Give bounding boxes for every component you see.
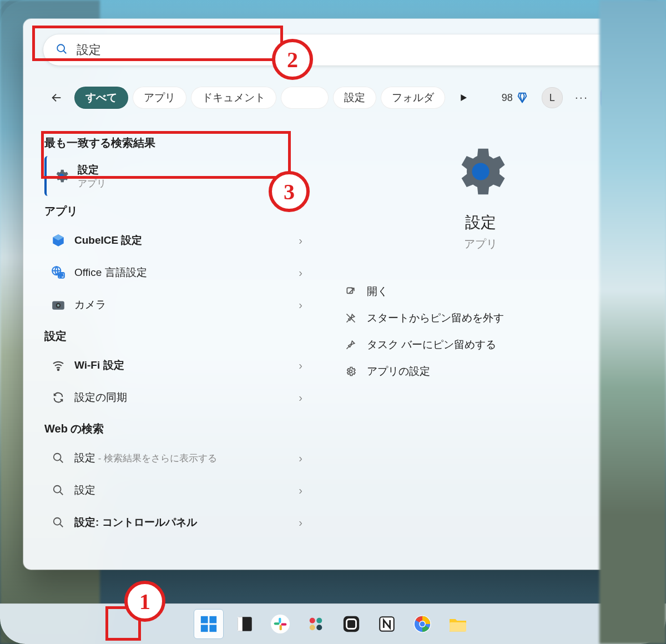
rewards-count: 98 [502,92,513,104]
result-title: 設定 [78,163,106,177]
svg-point-35 [310,618,315,623]
svg-line-22 [347,346,350,349]
result-web-cpl[interactable]: 設定: コントロールパネル › [44,506,308,539]
section-best-match: 最も一致する検索結果 [44,135,308,150]
action-label: スタートからピン留めを外す [367,311,504,325]
taskbar-app-3[interactable] [301,610,330,638]
annotation-3: 3 [269,171,310,212]
svg-rect-31 [279,618,281,623]
result-subtitle: アプリ [78,177,106,190]
filter-all[interactable]: すべて [74,87,128,109]
list-label: 設定 [74,483,291,497]
more-button[interactable]: ··· [575,90,588,105]
action-label: 開く [367,284,388,299]
taskbar-chrome-icon[interactable] [408,610,437,638]
result-camera[interactable]: カメラ › [44,289,308,321]
svg-point-23 [350,370,352,373]
svg-rect-34 [281,623,286,626]
filter-settings[interactable]: 設定 [333,87,376,109]
search-icon [56,43,68,57]
svg-line-1 [64,51,67,54]
chevron-right-icon: › [299,391,302,404]
svg-rect-29 [238,617,243,631]
action-pin-taskbar[interactable]: タスク バーにピン留めする [345,331,629,358]
unpin-icon [345,312,357,324]
svg-point-37 [310,625,315,630]
rewards-badge[interactable]: 98 [502,92,528,104]
filter-folders[interactable]: フォルダ [381,87,445,109]
svg-line-17 [60,524,63,527]
copilot-icon[interactable] [601,87,623,109]
cubeice-icon [50,232,67,249]
filter-apps[interactable]: アプリ [133,87,186,109]
chevron-right-icon: › [299,299,302,311]
user-avatar[interactable]: L [542,87,563,108]
svg-line-15 [60,492,63,495]
svg-line-20 [347,320,350,323]
list-label: Office 言語設定 [74,265,291,280]
taskbar-explorer-icon[interactable] [443,610,472,638]
svg-rect-32 [274,622,280,625]
svg-point-11 [58,369,59,371]
action-unpin-start[interactable]: スタートからピン留めを外す [345,305,629,331]
taskbar-notion-icon[interactable] [372,610,401,638]
svg-text:字: 字 [59,273,63,278]
result-wifi[interactable]: Wi-Fi 設定 › [44,349,308,381]
result-cubeice[interactable]: CubeICE 設定 › [44,224,308,256]
preview-subtitle: アプリ [464,237,497,251]
list-label: Wi-Fi 設定 [74,358,291,373]
result-web-plain[interactable]: 設定 › [44,474,308,506]
list-label: 設定の同期 [74,390,291,405]
search-icon [50,514,67,531]
svg-point-10 [57,304,59,306]
action-app-settings[interactable]: アプリの設定 [345,358,629,385]
svg-point-38 [316,625,322,630]
action-label: アプリの設定 [367,364,430,379]
annotation-2: 2 [272,39,313,80]
pin-icon [345,339,357,351]
taskbar-app-4[interactable] [337,610,366,638]
back-button[interactable] [43,87,70,109]
search-icon [50,450,67,466]
filter-forward[interactable] [454,88,473,107]
chevron-right-icon: › [299,484,302,497]
svg-point-16 [54,518,61,525]
taskbar-slack-icon[interactable] [266,610,295,638]
start-search-panel: すべて アプリ ドキュメント 設定 フォルダ 98 L ··· 最も一致する検索… [23,19,643,570]
svg-point-0 [57,44,64,52]
svg-point-36 [316,618,322,623]
open-icon [345,285,357,298]
taskbar-app-1[interactable] [230,610,259,638]
result-web-more[interactable]: 設定 - 検索結果をさらに表示する › [44,442,308,474]
svg-rect-46 [450,622,466,632]
filter-docs[interactable]: ドキュメント [191,87,276,109]
result-sync[interactable]: 設定の同期 › [44,381,308,414]
gear-icon [450,141,511,202]
result-office-lang[interactable]: 字 Office 言語設定 › [44,256,308,289]
chevron-right-icon: › [299,452,302,465]
section-apps: アプリ [44,204,308,219]
svg-rect-27 [209,625,216,632]
list-label: 設定: コントロールパネル [74,515,291,530]
camera-icon [50,296,67,313]
annotation-1: 1 [124,581,165,622]
chevron-right-icon: › [299,266,302,279]
svg-rect-24 [201,616,208,623]
svg-rect-26 [201,625,208,632]
chevron-right-icon: › [299,359,302,372]
search-input[interactable] [75,42,610,58]
svg-point-4 [59,174,64,178]
action-open[interactable]: 開く [345,278,629,305]
sync-icon [50,389,67,406]
svg-line-13 [60,460,63,462]
svg-rect-33 [280,625,282,630]
gear-icon [345,365,357,378]
globe-lang-icon: 字 [50,264,67,281]
start-button[interactable] [194,609,224,639]
section-settings: 設定 [44,329,308,344]
svg-point-14 [54,486,61,493]
filter-row: すべて アプリ ドキュメント 設定 フォルダ 98 L ··· [43,82,623,113]
search-bar[interactable] [43,34,623,66]
filter-hidden[interactable] [281,87,329,109]
gear-icon [53,168,70,184]
